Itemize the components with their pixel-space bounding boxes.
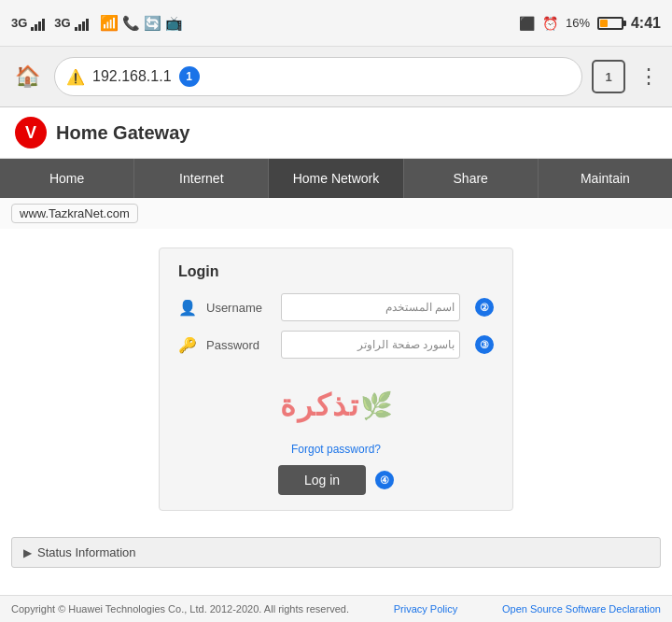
password-input[interactable] bbox=[281, 331, 460, 359]
status-arrow-icon: ▶ bbox=[23, 546, 32, 559]
screencast-icon: ⬛ bbox=[519, 16, 535, 31]
footer-opensource[interactable]: Open Source Software Declaration bbox=[502, 603, 661, 615]
tab-home-network[interactable]: Home Network bbox=[269, 159, 403, 198]
tab-maintain[interactable]: Maintain bbox=[539, 159, 672, 198]
logo-letter: V bbox=[25, 123, 36, 143]
watermark-url: www.TazkraNet.com bbox=[11, 204, 138, 223]
footer-privacy[interactable]: Privacy Policy bbox=[394, 603, 457, 615]
status-info-label: Status Information bbox=[37, 545, 136, 559]
password-badge: ③ bbox=[475, 335, 494, 354]
password-input-wrap: باسورد صفحة الراوتر bbox=[281, 331, 460, 359]
leaf-icon: 🌿 bbox=[360, 390, 393, 421]
browser-bar: 🏠 ⚠️ 192.168.1.1 1 1 ⋮ bbox=[0, 47, 672, 107]
vodafone-logo: V bbox=[15, 117, 47, 148]
username-row: 👤 Username اسم المستخدم ② bbox=[178, 293, 494, 321]
network1-label: 3G bbox=[11, 16, 27, 30]
status-info-bar[interactable]: ▶ Status Information bbox=[11, 537, 661, 568]
gateway-header: V Home Gateway bbox=[0, 107, 672, 159]
password-label: Password bbox=[206, 338, 272, 352]
gateway-title: Home Gateway bbox=[56, 122, 189, 144]
browser-menu-button[interactable]: ⋮ bbox=[635, 64, 663, 89]
signal-bars-1 bbox=[31, 16, 45, 31]
status-left: 3G 3G 📶 📞 🔄 📺 bbox=[11, 14, 183, 32]
tab-home[interactable]: Home bbox=[0, 159, 134, 198]
phone-icon: 📞 bbox=[122, 15, 140, 32]
clock: 4:41 bbox=[631, 15, 661, 32]
login-box: Login 👤 Username اسم المستخدم ② 🔑 Passwo… bbox=[159, 247, 513, 511]
password-row: 🔑 Password باسورد صفحة الراوتر ③ bbox=[178, 331, 494, 359]
wifi-icon: 📶 bbox=[100, 14, 119, 32]
login-title: Login bbox=[178, 263, 494, 280]
alarm-icon: ⏰ bbox=[542, 16, 558, 31]
signal-bars-2 bbox=[75, 16, 89, 31]
lock-icon: 🔑 bbox=[178, 336, 197, 354]
home-button[interactable]: 🏠 bbox=[9, 59, 45, 94]
sync-icon: 🔄 bbox=[144, 15, 161, 32]
nav-tabs: Home Internet Home Network Share Maintai… bbox=[0, 159, 672, 198]
user-icon: 👤 bbox=[178, 299, 197, 317]
username-label: Username bbox=[206, 301, 272, 315]
login-btn-badge: ④ bbox=[375, 471, 394, 489]
username-input[interactable] bbox=[281, 293, 460, 321]
logo-watermark-area: تذكرة 🌿 bbox=[178, 368, 494, 443]
address-bar[interactable]: ⚠️ 192.168.1.1 1 bbox=[54, 57, 582, 96]
battery-percent: 16% bbox=[566, 16, 590, 30]
url-badge: 1 bbox=[179, 66, 200, 87]
url-text: 192.168.1.1 bbox=[92, 68, 172, 85]
page-footer: Copyright © Huawei Technologies Co., Ltd… bbox=[0, 595, 672, 622]
battery-icon bbox=[597, 17, 623, 30]
login-button[interactable]: Log in bbox=[278, 465, 366, 495]
tab-share[interactable]: Share bbox=[404, 159, 539, 198]
login-container: Login 👤 Username اسم المستخدم ② 🔑 Passwo… bbox=[0, 229, 672, 530]
login-button-wrap: Log in ④ bbox=[178, 465, 494, 495]
watermark-bar: www.TazkraNet.com bbox=[0, 198, 672, 229]
footer-copyright: Copyright © Huawei Technologies Co., Ltd… bbox=[11, 603, 349, 615]
network2-label: 3G bbox=[54, 16, 70, 30]
forgot-password-link[interactable]: Forgot password? bbox=[178, 443, 494, 456]
status-right: ⬛ ⏰ 16% 4:41 bbox=[519, 15, 661, 32]
page-content: V Home Gateway Home Internet Home Networ… bbox=[0, 107, 672, 568]
warning-icon: ⚠️ bbox=[66, 68, 85, 86]
username-input-wrap: اسم المستخدم bbox=[281, 293, 460, 321]
tab-count-button[interactable]: 1 bbox=[592, 60, 625, 93]
cast-icon: 📺 bbox=[165, 15, 183, 32]
tab-internet[interactable]: Internet bbox=[134, 159, 269, 198]
status-bar: 3G 3G 📶 📞 🔄 📺 ⬛ ⏰ 16% 4:41 bbox=[0, 0, 672, 47]
tazkra-logo: تذكرة bbox=[280, 388, 360, 423]
username-badge: ② bbox=[475, 298, 494, 317]
